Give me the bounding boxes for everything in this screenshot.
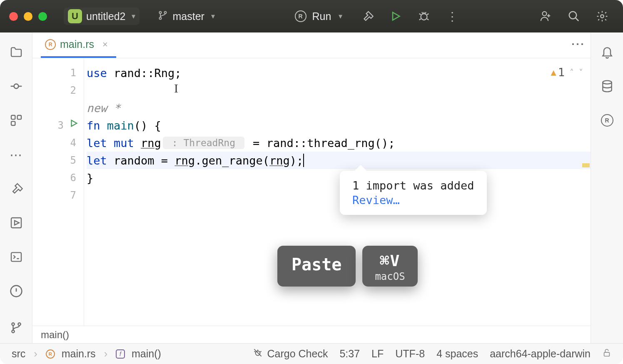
breadcrumb-src[interactable]: src — [12, 348, 25, 360]
line-number[interactable]: 6 — [32, 169, 84, 187]
run-gutter-icon[interactable] — [69, 119, 78, 130]
database-tool-icon[interactable] — [600, 79, 614, 93]
notifications-icon[interactable] — [600, 45, 614, 59]
breadcrumb-file[interactable]: main.rs — [62, 348, 96, 360]
run-config-selector[interactable]: R Run ▾ — [295, 10, 343, 22]
paste-action-overlay: Paste ⌘V macOS — [277, 246, 418, 287]
toolbar-right-icons — [539, 10, 614, 23]
text-caret — [303, 154, 304, 167]
code-editor[interactable]: 1 2 3 4 5 6 7 use rand::Rng; new * fn ma… — [32, 58, 591, 326]
svg-point-0 — [159, 12, 161, 14]
svg-point-14 — [18, 323, 20, 325]
project-name: untitled2 — [86, 10, 126, 22]
cargo-check-status[interactable]: Cargo Check — [252, 347, 328, 361]
right-tool-strip: R — [591, 32, 623, 343]
svg-point-3 — [421, 14, 427, 20]
close-window-button[interactable] — [9, 12, 18, 21]
paste-shortcut-badge: ⌘V macOS — [362, 246, 417, 287]
left-tool-strip: ⋯ — [0, 32, 32, 343]
svg-point-7 — [14, 84, 18, 89]
breadcrumb-item[interactable]: main() — [41, 329, 69, 341]
build-icon[interactable] — [361, 10, 374, 23]
inlay-hint-line: new * — [87, 99, 591, 117]
readonly-lock-icon[interactable] — [602, 348, 611, 360]
indent-setting[interactable]: 4 spaces — [436, 348, 478, 360]
status-right: Cargo Check 5:37 LF UTF-8 4 spaces aarch… — [252, 347, 611, 361]
line-number[interactable]: 7 — [32, 187, 84, 204]
shortcut-keys: ⌘V — [375, 252, 405, 270]
svg-rect-10 — [11, 122, 15, 125]
code-with-me-icon[interactable] — [539, 10, 552, 23]
code-line — [87, 187, 591, 204]
scrollbar-warning-marker[interactable] — [582, 163, 590, 167]
line-number[interactable]: 1 — [32, 64, 84, 82]
toolbar-center-icons: ⋮ — [361, 10, 459, 23]
maximize-window-button[interactable] — [38, 12, 47, 21]
cargo-check-icon — [252, 347, 263, 361]
build-tool-icon[interactable] — [9, 182, 23, 196]
main-area: ⋯ R main.rs × ⋮ — [0, 32, 623, 343]
svg-rect-18 — [604, 352, 610, 356]
debug-icon[interactable] — [417, 10, 431, 23]
structure-tool-icon[interactable] — [9, 113, 23, 127]
commit-tool-icon[interactable] — [9, 79, 23, 93]
search-icon[interactable] — [567, 10, 581, 23]
cursor-position[interactable]: 5:37 — [339, 348, 360, 360]
file-tab[interactable]: R main.rs × — [41, 32, 116, 58]
warning-count-badge[interactable]: ▲ 1 — [551, 66, 565, 79]
line-number[interactable]: 2 — [32, 82, 84, 99]
breadcrumb-function[interactable]: main() — [132, 348, 161, 360]
run-config-label: Run — [312, 10, 331, 22]
svg-point-4 — [543, 12, 547, 16]
build-target[interactable]: aarch64-apple-darwin — [490, 348, 591, 360]
next-issue-icon[interactable]: ˅ — [579, 67, 583, 77]
code-line: } — [87, 169, 591, 187]
chevron-right-icon: › — [104, 348, 107, 360]
run-tool-icon[interactable] — [9, 216, 23, 230]
line-ending[interactable]: LF — [371, 348, 384, 360]
svg-point-5 — [569, 12, 577, 19]
svg-rect-11 — [11, 252, 21, 261]
minimize-window-button[interactable] — [24, 12, 32, 21]
svg-point-13 — [12, 323, 14, 325]
branch-selector[interactable]: master ▾ — [158, 10, 215, 22]
branch-name: master — [173, 10, 204, 22]
rust-icon: R — [295, 10, 307, 22]
chevron-down-icon: ▾ — [211, 12, 215, 21]
svg-point-1 — [164, 12, 166, 14]
rust-file-icon: R — [45, 39, 56, 50]
svg-rect-8 — [11, 115, 15, 119]
nav-breadcrumb[interactable]: main() — [32, 326, 591, 343]
close-tab-icon[interactable]: × — [102, 39, 108, 50]
problems-tool-icon[interactable] — [9, 284, 23, 298]
project-selector[interactable]: U untitled2 ▾ — [64, 7, 140, 25]
tooltip-review-link[interactable]: Review… — [352, 194, 474, 207]
line-number[interactable]: 5 — [32, 152, 84, 169]
settings-icon[interactable] — [596, 10, 609, 23]
code-line: let random = rng.gen_range(rng); — [87, 152, 591, 169]
more-tools-icon[interactable]: ⋯ — [9, 147, 23, 162]
svg-point-15 — [12, 330, 14, 333]
vcs-tool-icon[interactable] — [9, 321, 23, 335]
prev-issue-icon[interactable]: ˄ — [570, 67, 574, 77]
traffic-lights — [9, 12, 47, 21]
line-number[interactable]: 4 — [32, 134, 84, 152]
shortcut-os: macOS — [375, 271, 405, 282]
code-line: let mut rng : ThreadRng = rand::thread_r… — [87, 134, 591, 152]
titlebar: U untitled2 ▾ master ▾ R Run ▾ ⋮ — [0, 0, 623, 32]
warning-count: 1 — [558, 66, 565, 79]
line-number[interactable] — [32, 99, 84, 117]
project-tool-icon[interactable] — [9, 45, 23, 59]
terminal-tool-icon[interactable] — [9, 250, 23, 264]
chevron-right-icon: › — [34, 348, 37, 360]
tab-filename: main.rs — [60, 38, 94, 50]
more-icon[interactable]: ⋮ — [446, 10, 459, 23]
code-content[interactable]: use rand::Rng; new * fn main() { let mut… — [84, 58, 591, 326]
project-letter-badge: U — [68, 9, 82, 23]
branch-icon — [158, 10, 168, 22]
run-icon[interactable] — [389, 10, 402, 23]
cargo-tool-icon[interactable]: R — [600, 113, 614, 127]
paste-label: Paste — [277, 246, 356, 287]
code-line: use rand::Rng; — [87, 64, 591, 82]
encoding[interactable]: UTF-8 — [395, 348, 425, 360]
